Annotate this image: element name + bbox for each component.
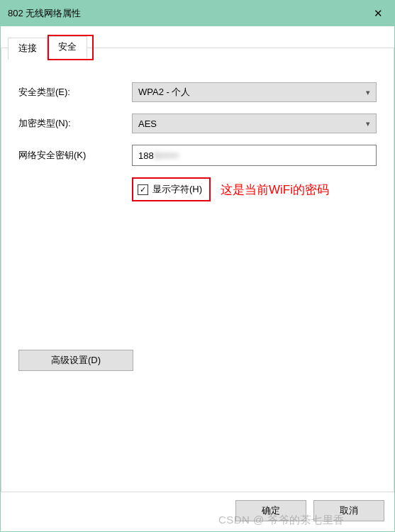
row-encryption-type: 加密类型(N): AES ▾ (18, 113, 377, 133)
chevron-down-icon: ▾ (366, 119, 370, 128)
encryption-type-dropdown[interactable]: AES ▾ (132, 113, 377, 133)
security-type-value: WPA2 - 个人 (138, 86, 190, 99)
dialog-footer: 确定 取消 (235, 500, 384, 521)
advanced-settings-button[interactable]: 高级设置(D) (18, 350, 133, 371)
security-type-dropdown[interactable]: WPA2 - 个人 ▾ (132, 82, 377, 102)
annotation-highlight-checkbox: ✓ 显示字符(H) (132, 177, 211, 201)
security-type-label: 安全类型(E): (18, 86, 132, 99)
tab-connection[interactable]: 连接 (8, 38, 48, 60)
annotation-text: 这是当前WiFi的密码 (221, 182, 329, 198)
show-characters-checkbox[interactable]: ✓ (138, 184, 148, 195)
network-key-value-redacted: 5•••••• (154, 150, 179, 161)
row-show-characters: ✓ 显示字符(H) 这是当前WiFi的密码 (132, 177, 377, 201)
encryption-type-label: 加密类型(N): (18, 117, 132, 130)
cancel-button[interactable]: 取消 (313, 500, 384, 521)
close-icon: ✕ (374, 7, 383, 20)
window: 802 无线网络属性 ✕ 连接 安全 安全类型(E): WPA2 - 个人 ▾ (0, 0, 395, 532)
chevron-down-icon: ▾ (366, 88, 370, 97)
window-title: 802 无线网络属性 (8, 7, 81, 20)
network-key-label: 网络安全密钥(K) (18, 149, 132, 162)
titlebar: 802 无线网络属性 ✕ (1, 1, 394, 26)
close-button[interactable]: ✕ (362, 1, 394, 26)
encryption-type-value: AES (138, 118, 157, 129)
tab-security[interactable]: 安全 (48, 36, 87, 58)
client-area: 连接 安全 安全类型(E): WPA2 - 个人 ▾ 加密类型(N): (1, 26, 394, 531)
tab-panel-security: 安全类型(E): WPA2 - 个人 ▾ 加密类型(N): AES ▾ (1, 48, 394, 492)
show-characters-label[interactable]: 显示字符(H) (152, 183, 202, 196)
row-security-type: 安全类型(E): WPA2 - 个人 ▾ (18, 82, 377, 102)
network-key-value-visible: 188 (138, 150, 154, 161)
network-key-input[interactable]: 1885•••••• (132, 145, 377, 166)
row-network-key: 网络安全密钥(K) 1885•••••• (18, 145, 377, 166)
ok-button[interactable]: 确定 (235, 500, 306, 521)
